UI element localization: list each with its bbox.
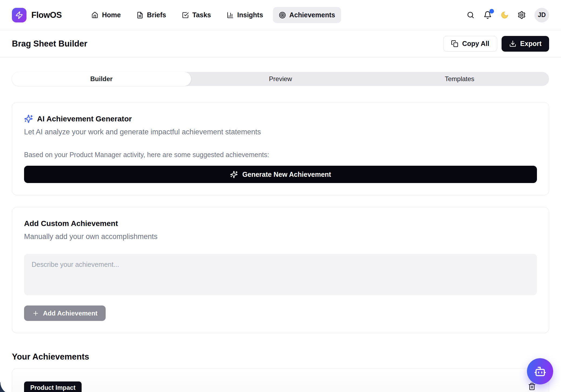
nav-item-tasks[interactable]: Tasks [176, 7, 217, 23]
zap-icon [15, 11, 23, 19]
ai-card-subtitle: Let AI analyze your work and generate im… [24, 128, 537, 136]
nav-menu: Home Briefs Tasks [85, 7, 341, 23]
nav-item-label: Home [102, 11, 121, 19]
file-text-icon [136, 12, 143, 19]
add-achievement-label: Add Achievement [43, 310, 98, 317]
view-tabbar: Builder Preview Templates [12, 72, 549, 86]
search-icon [466, 11, 475, 19]
custom-card-subtitle: Manually add your own accomplishments [24, 232, 537, 241]
tab-preview[interactable]: Preview [191, 72, 370, 86]
assistant-fab[interactable] [527, 358, 553, 384]
gear-icon [517, 11, 526, 19]
tab-builder[interactable]: Builder [12, 72, 191, 86]
nav-item-briefs[interactable]: Briefs [131, 7, 172, 23]
achievement-description-input[interactable] [24, 254, 537, 295]
category-badge: Product Impact [24, 381, 82, 392]
ai-card-title: AI Achievement Generator [37, 115, 132, 123]
nav-item-label: Tasks [192, 11, 211, 19]
page-header: Brag Sheet Builder Copy All Export [0, 30, 561, 57]
nav-item-achievements[interactable]: Achievements [273, 7, 341, 23]
avatar-initials: JD [538, 11, 546, 19]
plus-icon [32, 310, 39, 317]
header-actions: Copy All Export [443, 36, 549, 52]
nav-right-actions: JD [466, 8, 549, 22]
custom-achievement-card: Add Custom Achievement Manually add your… [12, 207, 549, 333]
theme-toggle-button[interactable] [500, 11, 509, 19]
sparkles-icon [230, 171, 238, 178]
nav-item-insights[interactable]: Insights [221, 7, 269, 23]
notification-dot [489, 9, 494, 14]
nav-item-label: Achievements [289, 11, 335, 19]
achievement-card: Product Impact [12, 368, 549, 392]
export-label: Export [520, 40, 542, 48]
bar-chart-icon [227, 12, 234, 19]
nav-item-label: Insights [237, 11, 263, 19]
generate-achievement-label: Generate New Achievement [242, 171, 331, 178]
copy-all-button[interactable]: Copy All [443, 36, 497, 52]
main-content: Builder Preview Templates AI Achievement… [0, 72, 561, 392]
brand-name: FlowOS [31, 10, 62, 20]
custom-card-title: Add Custom Achievement [24, 219, 537, 228]
home-icon [91, 12, 98, 19]
settings-button[interactable] [517, 11, 526, 19]
nav-item-label: Briefs [147, 11, 166, 19]
robot-icon [534, 365, 546, 378]
page-title: Brag Sheet Builder [12, 39, 87, 49]
your-achievements-heading: Your Achievements [12, 352, 549, 362]
brand: FlowOS [12, 8, 62, 22]
user-avatar[interactable]: JD [535, 8, 549, 22]
trash-icon [528, 383, 536, 390]
ai-generator-card: AI Achievement Generator Let AI analyze … [12, 102, 549, 195]
ai-card-title-row: AI Achievement Generator [24, 114, 537, 123]
add-achievement-button[interactable]: Add Achievement [24, 305, 106, 321]
moon-icon [500, 11, 509, 19]
tab-templates[interactable]: Templates [370, 72, 549, 86]
export-button[interactable]: Export [502, 36, 549, 52]
download-icon [509, 40, 516, 47]
sparkles-icon [24, 114, 33, 123]
target-icon [279, 12, 286, 19]
nav-item-home[interactable]: Home [85, 7, 126, 23]
suggestion-intro: Based on your Product Manager activity, … [24, 151, 537, 159]
copy-icon [451, 40, 458, 47]
copy-all-label: Copy All [462, 40, 489, 48]
check-square-icon [182, 12, 189, 19]
search-button[interactable] [466, 11, 475, 19]
flowos-logo [12, 8, 26, 22]
bottom-left-decoration [0, 382, 12, 392]
notifications-button[interactable] [483, 11, 492, 19]
generate-achievement-button[interactable]: Generate New Achievement [24, 166, 537, 183]
top-navbar: FlowOS Home Briefs [0, 0, 561, 30]
